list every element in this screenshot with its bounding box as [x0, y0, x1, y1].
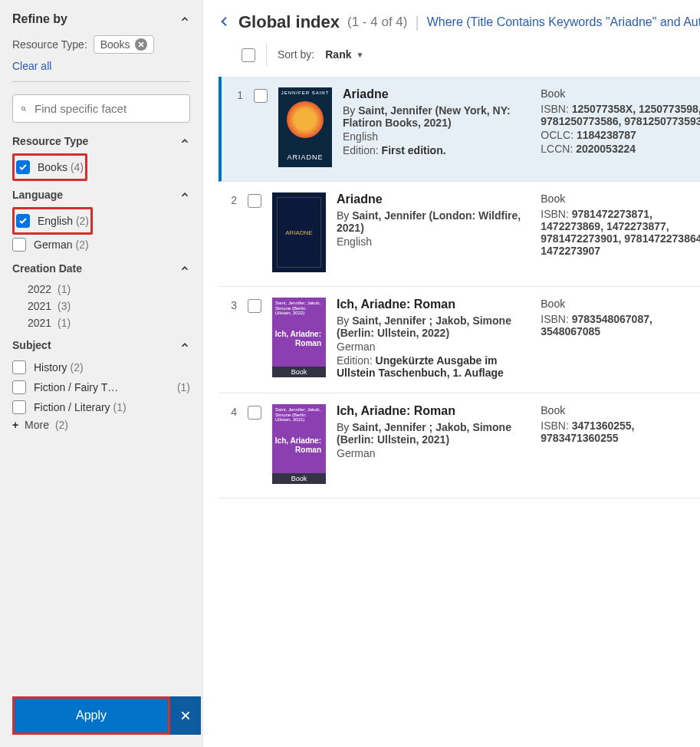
- result-info: Ariadne By Saint, Jennifer (New York, NY…: [343, 87, 530, 156]
- close-icon[interactable]: [135, 38, 147, 51]
- svg-point-2: [21, 107, 25, 110]
- section-title: Subject: [12, 339, 51, 351]
- result-language: English: [337, 235, 530, 248]
- result-checkbox[interactable]: [248, 194, 261, 208]
- facet-count: (1): [113, 401, 127, 413]
- facet-fairy[interactable]: Fiction / Fairy T… (1): [12, 377, 190, 397]
- section-resource-type[interactable]: Resource Type: [12, 135, 190, 147]
- facet-count: (4): [71, 161, 84, 173]
- facet-date[interactable]: 2022 (1): [28, 281, 190, 298]
- result-checkbox[interactable]: [254, 89, 268, 103]
- cover-wrap[interactable]: ARIADNE: [272, 193, 326, 272]
- facet-label: German: [34, 239, 73, 251]
- apply-close-button[interactable]: [170, 696, 201, 735]
- more-link[interactable]: + More (2): [12, 417, 190, 431]
- checkbox-checked-icon[interactable]: [16, 160, 30, 174]
- result-row[interactable]: 1 JENNIFER SAINTARIADNE Ariadne By Saint…: [219, 77, 700, 182]
- facet-count: (2): [76, 215, 89, 227]
- result-language: English: [343, 130, 530, 143]
- result-index: 2: [225, 193, 237, 206]
- section-subject[interactable]: Subject: [12, 339, 190, 351]
- result-meta: Book ISBN: 3471360255, 9783471360255: [541, 404, 700, 446]
- result-title[interactable]: Ariadne: [343, 87, 530, 101]
- checkbox-icon[interactable]: [12, 400, 26, 414]
- topbar: Global index (1 - 4 of 4) | Where (Title…: [219, 12, 700, 32]
- result-range: (1 - 4 of 4): [347, 15, 407, 30]
- chip-resource-type[interactable]: Books: [94, 35, 154, 54]
- book-cover: JENNIFER SAINTARIADNE: [278, 87, 332, 167]
- facet-label: Fiction / Literary: [34, 401, 110, 413]
- id-line: ISBN: 3471360255, 9783471360255: [541, 420, 700, 444]
- back-icon[interactable]: [219, 15, 231, 30]
- result-title[interactable]: Ich, Ariadne: Roman: [337, 298, 530, 311]
- svg-line-3: [25, 109, 26, 110]
- facet-books[interactable]: Books (4): [16, 157, 84, 177]
- main: Global index (1 - 4 of 4) | Where (Title…: [203, 0, 700, 747]
- result-checkbox[interactable]: [248, 406, 261, 420]
- select-all-checkbox[interactable]: [242, 48, 255, 62]
- divider: [266, 43, 267, 66]
- highlight-box: Books (4): [12, 153, 87, 181]
- facet-label: 2022: [28, 283, 51, 295]
- result-row[interactable]: 4 Saint, Jennifer; Jakob, Simone (Berlin…: [219, 393, 700, 499]
- result-info: Ich, Ariadne: Roman By Saint, Jennifer ;…: [337, 404, 530, 461]
- facet-count: (3): [58, 300, 71, 312]
- clear-all-link[interactable]: Clear all: [12, 60, 190, 72]
- chip-label: Resource Type:: [12, 38, 87, 51]
- facet-label: History: [34, 361, 67, 374]
- apply-button[interactable]: Apply: [15, 699, 168, 732]
- sidebar: Refine by Resource Type: Books Clear all: [0, 0, 203, 747]
- sort-label: Sort by:: [278, 48, 314, 61]
- result-checkbox[interactable]: [248, 299, 261, 313]
- book-cover: Saint, Jennifer; Jakob, Simone (Berlin: …: [272, 404, 326, 484]
- facet-count: (2): [71, 361, 84, 374]
- facet-search-input[interactable]: [33, 101, 182, 116]
- id-line: OCLC: 1184238787: [541, 129, 700, 141]
- divider: [12, 81, 190, 82]
- chip-value: Books: [100, 38, 130, 51]
- triangle-down-icon: ▼: [356, 51, 363, 59]
- cover-wrap[interactable]: Saint, Jennifer; Jakob, Simone (Berlin: …: [272, 298, 326, 377]
- facet-history[interactable]: History (2): [12, 357, 190, 377]
- refine-header[interactable]: Refine by: [12, 12, 190, 26]
- applied-filter-row: Resource Type: Books: [12, 35, 190, 54]
- result-language: German: [337, 341, 530, 353]
- checkbox-icon[interactable]: [12, 238, 26, 252]
- facet-german[interactable]: German (2): [12, 235, 190, 255]
- section-creation-date[interactable]: Creation Date: [12, 262, 190, 275]
- checkbox-checked-icon[interactable]: [16, 214, 30, 228]
- result-meta: Book ISBN: 9783548067087, 3548067085: [541, 298, 700, 339]
- result-row[interactable]: 3 Saint, Jennifer; Jakob, Simone (Berlin…: [219, 287, 700, 393]
- query-text[interactable]: Where (Title Contains Keywords "Ariadne"…: [427, 15, 700, 29]
- separator: |: [415, 14, 419, 31]
- facet-count: (1): [58, 283, 71, 295]
- result-title[interactable]: Ariadne: [337, 193, 530, 206]
- section-title: Creation Date: [12, 262, 82, 275]
- cover-wrap[interactable]: JENNIFER SAINTARIADNE: [278, 87, 332, 167]
- facet-english[interactable]: English (2): [16, 211, 89, 231]
- chevron-up-icon: [179, 263, 190, 274]
- edition: Edition: Ungekürzte Ausgabe im Ullstein …: [337, 354, 530, 379]
- book-cover: ARIADNE: [272, 193, 326, 272]
- chevron-up-icon: [179, 14, 190, 25]
- facet-label: 2021: [28, 317, 51, 329]
- sort-value: Rank: [325, 48, 351, 61]
- result-meta: Book ISBN: 125077358X, 1250773598, 97812…: [541, 87, 700, 156]
- result-language: German: [337, 447, 530, 459]
- result-row[interactable]: 2 ARIADNE Ariadne By Saint, Jennifer (Lo…: [219, 182, 700, 287]
- facet-date[interactable]: 2021 (1): [28, 314, 190, 331]
- cover-wrap[interactable]: Saint, Jennifer; Jakob, Simone (Berlin: …: [272, 404, 326, 484]
- facet-label: Fiction / Fairy T…: [34, 381, 118, 393]
- facet-literary[interactable]: Fiction / Literary (1): [12, 397, 190, 417]
- result-title[interactable]: Ich, Ariadne: Roman: [337, 404, 530, 418]
- section-language[interactable]: Language: [12, 189, 190, 201]
- highlight-box: English (2): [12, 207, 93, 235]
- facet-search[interactable]: [12, 94, 190, 123]
- search-icon: [21, 102, 27, 116]
- chevron-up-icon: [179, 189, 190, 200]
- checkbox-icon[interactable]: [12, 380, 26, 394]
- refine-label: Refine by: [12, 12, 67, 26]
- checkbox-icon[interactable]: [12, 360, 26, 374]
- facet-date[interactable]: 2021 (3): [28, 298, 190, 314]
- sort-dropdown[interactable]: Rank ▼: [325, 48, 363, 61]
